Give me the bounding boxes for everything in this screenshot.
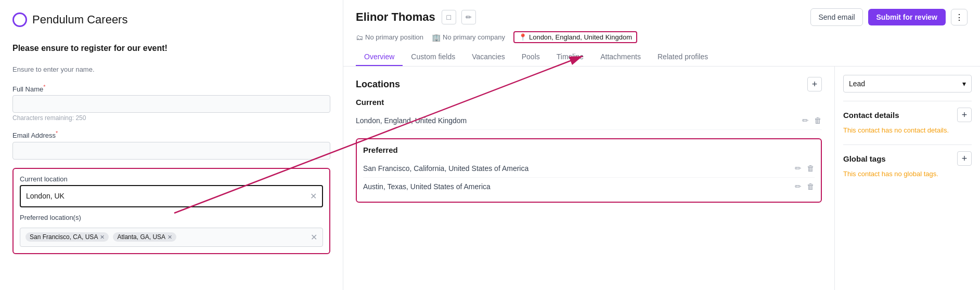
pref-tag-1: Atlanta, GA, USA ✕ — [113, 232, 176, 242]
lead-label: Lead — [849, 80, 865, 88]
profile-meta: 🗂 No primary position 🏢 No primary compa… — [356, 31, 968, 43]
email-group: Email Address* — [12, 130, 330, 159]
current-location-row: London, England, United Kingdom ✏ 🗑 — [356, 112, 822, 130]
preferred-title: Preferred — [363, 146, 815, 154]
no-primary-company-text: No primary company — [443, 33, 505, 41]
tab-pools[interactable]: Pools — [513, 48, 548, 66]
preferred-location-group: Preferred location(s) San Francisco, CA,… — [20, 214, 323, 247]
brand-icon — [12, 12, 27, 27]
tab-vacancies[interactable]: Vacancies — [463, 48, 513, 66]
tab-overview[interactable]: Overview — [356, 48, 403, 66]
current-locations-title: Current — [356, 98, 822, 107]
add-location-button[interactable]: + — [807, 77, 822, 91]
edit-preferred-0-icon[interactable]: ✏ — [795, 164, 802, 173]
right-sidebar: Lead ▾ Contact details + This contact ha… — [834, 67, 980, 290]
event-notice: Please ensure to register for our event! — [12, 44, 330, 53]
locations-title: Locations — [356, 79, 400, 90]
contact-details-empty: This contact has no contact details. — [843, 126, 972, 134]
pref-location-clear[interactable]: ✕ — [311, 232, 317, 242]
lead-dropdown[interactable]: Lead ▾ — [843, 75, 972, 93]
more-options-button[interactable]: ⋮ — [951, 9, 968, 25]
global-tags-section: Global tags + This contact has no global… — [843, 151, 972, 178]
edit-preferred-1-icon[interactable]: ✏ — [795, 182, 802, 191]
preferred-location-row-1: Austin, Texas, United States of America … — [363, 178, 815, 195]
content-area: Locations + Current London, England, Uni… — [343, 67, 980, 290]
main-content: Locations + Current London, England, Uni… — [343, 67, 834, 290]
form-hint: Ensure to enter your name. — [12, 65, 330, 73]
full-name-input[interactable] — [12, 95, 330, 113]
pref-tag-1-label: Atlanta, GA, USA — [117, 233, 165, 241]
location-pin-icon: 📍 — [519, 33, 527, 41]
current-location-clear[interactable]: ✕ — [310, 191, 317, 201]
chevron-down-icon: ▾ — [962, 80, 966, 88]
submit-review-button[interactable]: Submit for review — [868, 9, 946, 25]
tab-timeline[interactable]: Timeline — [548, 48, 592, 66]
brand: Pendulum Careers — [12, 12, 330, 27]
current-location-label: Current location — [20, 175, 323, 183]
preferred-location-row-0: San Francisco, California, United States… — [363, 160, 815, 178]
locations-section-header: Locations + — [356, 77, 822, 91]
sidebar-divider-1 — [843, 101, 972, 101]
right-panel: Elinor Thomas □ ✏ Send email Submit for … — [343, 0, 980, 290]
tab-related-profiles[interactable]: Related profiles — [649, 48, 716, 66]
profile-name: Elinor Thomas — [356, 10, 435, 24]
email-label: Email Address* — [12, 130, 330, 139]
tab-attachments[interactable]: Attachments — [592, 48, 649, 66]
pref-tag-0-label: San Francisco, CA, USA — [30, 233, 98, 241]
preferred-location-label: Preferred location(s) — [20, 214, 323, 221]
pref-tag-1-remove[interactable]: ✕ — [167, 234, 172, 241]
current-location-text: London, England, United Kingdom — [356, 116, 467, 125]
current-location-group: Current location London, UK ✕ — [20, 175, 323, 207]
delete-current-location-icon[interactable]: 🗑 — [814, 116, 822, 125]
full-name-group: Full Name* Characters remaining: 250 — [12, 84, 330, 122]
profile-location-badge: 📍 London, England, United Kingdom — [513, 31, 637, 43]
global-tags-empty: This contact has no global tags. — [843, 170, 972, 178]
copy-icon-btn[interactable]: □ — [442, 10, 456, 24]
full-name-label: Full Name* — [12, 84, 330, 93]
profile-tabs: Overview Custom fields Vacancies Pools T… — [356, 48, 968, 66]
no-primary-position-text: No primary position — [365, 33, 423, 41]
send-email-button[interactable]: Send email — [810, 8, 862, 26]
location-highlight-box: Current location London, UK ✕ Preferred … — [12, 168, 330, 254]
preferred-location-1-text: Austin, Texas, United States of America — [363, 182, 491, 191]
profile-header: Elinor Thomas □ ✏ Send email Submit for … — [343, 0, 980, 67]
tab-custom-fields[interactable]: Custom fields — [403, 48, 463, 66]
char-count: Characters remaining: 250 — [12, 114, 330, 122]
preferred-locations-box: Preferred San Francisco, California, Uni… — [356, 138, 822, 203]
primary-company-meta: 🏢 No primary company — [432, 33, 505, 42]
delete-preferred-0-icon[interactable]: 🗑 — [807, 164, 815, 173]
pref-tag-0: San Francisco, CA, USA ✕ — [25, 232, 109, 242]
global-tags-title: Global tags — [843, 154, 886, 163]
brand-tagline: Careers — [84, 13, 127, 26]
add-contact-details-button[interactable]: + — [957, 108, 972, 122]
profile-location-text: London, England, United Kingdom — [529, 33, 632, 41]
add-global-tags-button[interactable]: + — [957, 151, 972, 166]
building-icon: 🏢 — [432, 33, 441, 42]
left-panel: Pendulum Careers Please ensure to regist… — [0, 0, 343, 290]
sidebar-divider-2 — [843, 144, 972, 145]
edit-current-location-icon[interactable]: ✏ — [802, 116, 809, 125]
contact-details-title: Contact details — [843, 111, 899, 120]
current-location-value: London, UK — [26, 192, 65, 200]
current-location-box: London, UK ✕ — [20, 185, 323, 207]
preferred-location-input[interactable]: San Francisco, CA, USA ✕ Atlanta, GA, US… — [20, 228, 323, 247]
email-input[interactable] — [12, 142, 330, 160]
delete-preferred-1-icon[interactable]: 🗑 — [807, 182, 815, 191]
brand-name: Pendulum Careers — [32, 13, 127, 27]
primary-position-meta: 🗂 No primary position — [356, 33, 423, 42]
brand-name-text: Pendulum — [32, 13, 84, 26]
briefcase-icon: 🗂 — [356, 33, 363, 42]
edit-icon-btn[interactable]: ✏ — [461, 10, 476, 24]
pref-tag-0-remove[interactable]: ✕ — [100, 234, 105, 241]
contact-details-section: Contact details + This contact has no co… — [843, 108, 972, 134]
preferred-location-0-text: San Francisco, California, United States… — [363, 164, 528, 173]
